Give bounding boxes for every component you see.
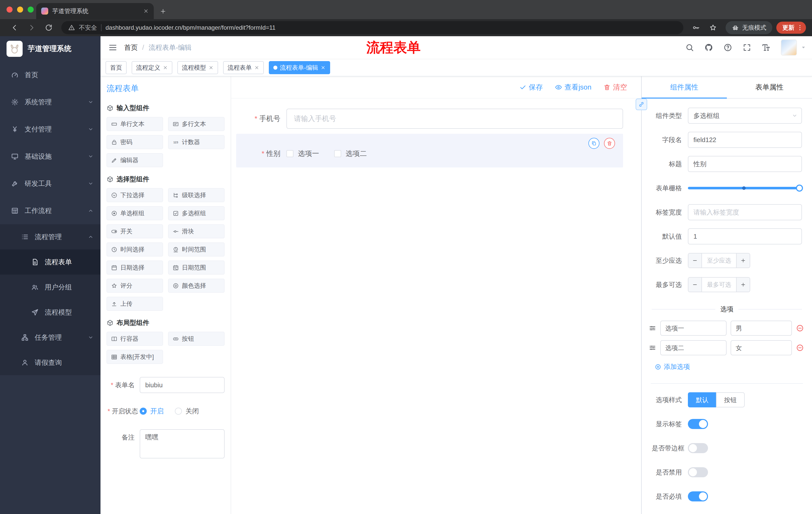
- sidebar-item-home[interactable]: 首页: [0, 61, 100, 88]
- palette-item-single-text[interactable]: 单行文本: [107, 117, 163, 131]
- sidebar-item-user-groups[interactable]: 用户分组: [0, 275, 100, 300]
- remark-textarea[interactable]: 嘿嘿: [140, 429, 225, 458]
- palette-item-slider[interactable]: 滑块: [168, 224, 225, 238]
- close-tab-icon[interactable]: [143, 8, 149, 14]
- tag-process-form-edit[interactable]: 流程表单-编辑: [269, 61, 330, 74]
- link-button[interactable]: [636, 99, 647, 110]
- palette-item-rate[interactable]: 评分: [107, 279, 163, 293]
- sidebar-item-process-form[interactable]: 流程表单: [0, 249, 100, 275]
- gender-checkbox-option2[interactable]: 选项二: [334, 149, 367, 158]
- github-icon[interactable]: [704, 43, 713, 52]
- canvas-field-gender-selected[interactable]: 性别 选项一 选项二: [236, 134, 623, 167]
- sidebar-item-system[interactable]: 系统管理: [0, 88, 100, 116]
- gender-checkbox-option1[interactable]: 选项一: [286, 149, 319, 158]
- palette-item-table[interactable]: 表格[开发中]: [107, 350, 163, 364]
- decrease-button[interactable]: [688, 253, 702, 268]
- password-key-icon[interactable]: [692, 24, 700, 32]
- status-off-radio[interactable]: 关闭: [175, 407, 199, 416]
- required-switch[interactable]: [688, 491, 708, 502]
- palette-item-multi-text[interactable]: 多行文本: [168, 117, 225, 131]
- hamburger-icon[interactable]: [109, 43, 117, 52]
- show-label-switch[interactable]: [688, 419, 708, 429]
- title-input[interactable]: [688, 156, 802, 172]
- tab-component-props[interactable]: 组件属性: [642, 77, 727, 98]
- palette-item-color-picker[interactable]: 颜色选择: [168, 279, 225, 293]
- palette-item-time-picker[interactable]: 时间选择: [107, 242, 163, 256]
- style-default-button[interactable]: 默认: [688, 392, 716, 407]
- forward-icon[interactable]: [28, 24, 36, 32]
- palette-item-time-range[interactable]: 时间范围: [168, 242, 225, 256]
- user-menu-caret-icon[interactable]: [801, 45, 806, 50]
- maximize-window-button[interactable]: [28, 6, 34, 12]
- palette-item-row-container[interactable]: 行容器: [107, 332, 163, 346]
- close-window-button[interactable]: [6, 6, 12, 12]
- breadcrumb-root[interactable]: 首页: [124, 43, 138, 52]
- status-on-radio[interactable]: 开启: [140, 407, 164, 416]
- new-tab-button[interactable]: [160, 8, 166, 15]
- slider-handle[interactable]: [796, 185, 803, 192]
- address-bar[interactable]: 不安全 dashboard.yudao.iocoder.cn/bpm/manag…: [61, 21, 684, 34]
- close-icon[interactable]: [163, 65, 168, 70]
- add-option-button[interactable]: 添加选项: [655, 362, 812, 371]
- palette-item-upload[interactable]: 上传: [107, 297, 163, 311]
- logo-row[interactable]: 芋道管理系统: [0, 36, 100, 61]
- copy-component-button[interactable]: [588, 138, 600, 149]
- canvas-field-phone[interactable]: 手机号: [236, 109, 623, 129]
- palette-item-switch[interactable]: 开关: [107, 224, 163, 238]
- minimize-window-button[interactable]: [17, 6, 23, 12]
- palette-item-radio-group[interactable]: 单选框组: [107, 206, 163, 220]
- component-type-select[interactable]: 多选框组: [688, 108, 802, 124]
- close-icon[interactable]: [208, 65, 213, 70]
- increase-button[interactable]: [736, 253, 750, 268]
- sidebar-item-workflow[interactable]: 工作流程: [0, 197, 100, 224]
- fullscreen-icon[interactable]: [743, 43, 751, 52]
- tag-home[interactable]: 首页: [106, 61, 127, 74]
- palette-item-password[interactable]: 密码: [107, 135, 163, 149]
- drag-handle-icon[interactable]: [649, 344, 656, 352]
- delete-component-button[interactable]: [604, 138, 615, 149]
- style-button-button[interactable]: 按钮: [716, 392, 745, 407]
- browser-menu-icon[interactable]: [796, 24, 804, 31]
- back-icon[interactable]: [10, 24, 19, 32]
- max-select-value[interactable]: 最多可选: [702, 278, 736, 292]
- form-grid-slider[interactable]: [688, 185, 802, 192]
- min-select-value[interactable]: 至少应选: [702, 253, 736, 268]
- remove-option-icon[interactable]: [796, 324, 804, 332]
- browser-tab[interactable]: 芋道管理系统: [36, 3, 154, 19]
- clear-button[interactable]: 清空: [604, 82, 627, 92]
- security-label[interactable]: 不安全: [79, 24, 97, 32]
- sidebar-item-leave-query[interactable]: 请假查询: [0, 350, 100, 375]
- avatar[interactable]: [781, 39, 797, 56]
- decrease-button[interactable]: [688, 278, 702, 292]
- phone-input[interactable]: [286, 109, 623, 129]
- bookmark-star-icon[interactable]: [709, 24, 717, 32]
- border-switch[interactable]: [688, 443, 708, 453]
- close-icon[interactable]: [321, 65, 326, 70]
- form-name-input[interactable]: [140, 377, 225, 393]
- url-text[interactable]: dashboard.yudao.iocoder.cn/bpm/manager/f…: [106, 24, 276, 31]
- search-icon[interactable]: [685, 43, 694, 52]
- default-value-input[interactable]: [688, 228, 802, 244]
- tag-process-form[interactable]: 流程表单: [223, 61, 264, 74]
- palette-item-date-picker[interactable]: 日期选择: [107, 261, 163, 275]
- help-icon[interactable]: [724, 43, 732, 52]
- label-width-input[interactable]: [688, 204, 802, 220]
- save-button[interactable]: 保存: [519, 82, 543, 92]
- disabled-switch[interactable]: [688, 467, 708, 477]
- tab-form-props[interactable]: 表单属性: [727, 77, 812, 98]
- palette-item-date-range[interactable]: 日期范围: [168, 261, 225, 275]
- option2-name-input[interactable]: [660, 340, 727, 355]
- palette-item-checkbox-group[interactable]: 多选框组: [168, 206, 225, 220]
- sidebar-item-infrastructure[interactable]: 基础设施: [0, 143, 100, 170]
- palette-item-counter[interactable]: 123计数器: [168, 135, 225, 149]
- palette-item-button[interactable]: 按钮: [168, 332, 225, 346]
- reload-icon[interactable]: [45, 24, 53, 32]
- drag-handle-icon[interactable]: [649, 324, 656, 332]
- increase-button[interactable]: [736, 278, 750, 292]
- sidebar-item-process-model[interactable]: 流程模型: [0, 300, 100, 325]
- close-icon[interactable]: [254, 65, 259, 70]
- text-size-icon[interactable]: [762, 43, 770, 52]
- palette-item-editor[interactable]: 编辑器: [107, 153, 163, 167]
- palette-item-select[interactable]: 下拉选择: [107, 188, 163, 202]
- sidebar-item-task-management[interactable]: 任务管理: [0, 325, 100, 350]
